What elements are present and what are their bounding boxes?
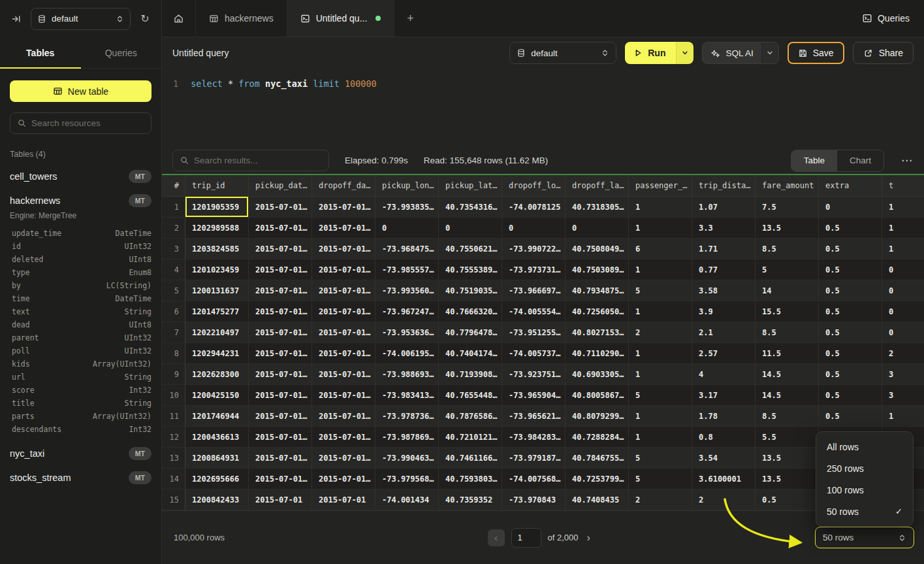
sql-line-code[interactable]: select * from nyc_taxi limit 100000 bbox=[191, 78, 377, 147]
column-header[interactable]: pickup_lon… bbox=[375, 175, 439, 197]
table-cell[interactable]: 40.7655448… bbox=[439, 385, 502, 406]
table-cell[interactable]: -73.984283… bbox=[502, 427, 566, 448]
row-number[interactable]: 6 bbox=[162, 301, 185, 322]
table-cell[interactable]: 3 bbox=[882, 385, 924, 406]
table-cell[interactable]: -74.005737… bbox=[502, 343, 566, 364]
table-cell[interactable]: 2015-07-01… bbox=[249, 427, 312, 448]
table-cell[interactable]: 5 bbox=[629, 448, 692, 469]
table-cell[interactable]: 6 bbox=[629, 239, 692, 259]
row-number[interactable]: 9 bbox=[162, 364, 185, 385]
table-cell[interactable]: 8.5 bbox=[756, 406, 819, 427]
table-cell[interactable]: 40.8079299… bbox=[566, 406, 629, 427]
table-cell[interactable]: 2 bbox=[629, 489, 692, 510]
row-number-header[interactable]: # bbox=[162, 175, 185, 197]
collapse-sidebar-icon[interactable] bbox=[8, 10, 25, 27]
table-cell[interactable]: 2015-07-01… bbox=[249, 385, 312, 406]
table-cell[interactable]: 5 bbox=[629, 469, 692, 489]
table-cell[interactable]: 0.5 bbox=[756, 489, 819, 510]
sidebar-table-nyc-taxi[interactable]: nyc_taxi MT bbox=[10, 447, 151, 460]
table-cell[interactable]: 1 bbox=[882, 197, 924, 218]
table-cell[interactable]: 2015-07-01… bbox=[312, 427, 375, 448]
row-number[interactable]: 13 bbox=[162, 448, 185, 469]
table-cell[interactable]: 40.7461166… bbox=[439, 448, 502, 469]
column-header[interactable]: passenger_… bbox=[629, 175, 692, 197]
sidebar-database-selector[interactable]: default bbox=[31, 8, 131, 30]
table-cell[interactable]: 0 bbox=[819, 197, 882, 218]
table-cell[interactable]: 0.77 bbox=[692, 259, 756, 280]
table-cell[interactable]: 1202944231 bbox=[185, 343, 249, 364]
table-cell[interactable]: 2.57 bbox=[692, 343, 756, 364]
table-cell[interactable]: 0 bbox=[439, 218, 502, 239]
table-cell[interactable]: 1201475277 bbox=[185, 301, 249, 322]
table-cell[interactable]: 2015-07-01… bbox=[249, 280, 312, 301]
table-cell[interactable]: 0 bbox=[375, 218, 439, 239]
table-cell[interactable]: 1202628300 bbox=[185, 364, 249, 385]
table-cell[interactable]: 3 bbox=[882, 364, 924, 385]
table-cell[interactable]: 0.8 bbox=[692, 427, 756, 448]
table-cell[interactable]: 1 bbox=[629, 343, 692, 364]
table-cell[interactable]: 40.7593803… bbox=[439, 469, 502, 489]
table-cell[interactable]: 0.5 bbox=[819, 301, 882, 322]
table-cell[interactable]: 1 bbox=[882, 406, 924, 427]
table-cell[interactable]: 5 bbox=[629, 280, 692, 301]
table-cell[interactable]: 0 bbox=[566, 218, 629, 239]
prev-page-button[interactable]: ‹ bbox=[488, 529, 505, 546]
share-button[interactable]: Share bbox=[853, 42, 914, 64]
new-table-button[interactable]: New table bbox=[10, 80, 151, 102]
row-number[interactable]: 7 bbox=[162, 322, 185, 343]
table-cell[interactable]: 2015-07-01… bbox=[249, 239, 312, 259]
table-cell[interactable]: 1 bbox=[882, 218, 924, 239]
table-cell[interactable]: 40.7666320… bbox=[439, 301, 502, 322]
table-cell[interactable]: 4 bbox=[692, 364, 756, 385]
table-cell[interactable]: 13.5 bbox=[756, 469, 819, 489]
table-cell[interactable]: 1 bbox=[629, 406, 692, 427]
table-cell[interactable]: 0.5 bbox=[819, 322, 882, 343]
sidebar-tab-tables[interactable]: Tables bbox=[0, 37, 81, 68]
row-number[interactable]: 1 bbox=[162, 197, 185, 218]
table-cell[interactable]: 2015-07-01… bbox=[249, 301, 312, 322]
table-cell[interactable]: 8.5 bbox=[756, 239, 819, 259]
row-number[interactable]: 5 bbox=[162, 280, 185, 301]
table-cell[interactable]: 2015-07-01 bbox=[249, 489, 312, 510]
table-cell[interactable]: 40.7288284… bbox=[566, 427, 629, 448]
table-cell[interactable]: 2015-07-01… bbox=[249, 218, 312, 239]
table-cell[interactable]: 2015-07-01… bbox=[249, 343, 312, 364]
table-cell[interactable]: -73.993835… bbox=[375, 197, 439, 218]
sql-ai-chevron[interactable] bbox=[761, 42, 778, 63]
table-cell[interactable]: 15.5 bbox=[756, 301, 819, 322]
row-number[interactable]: 12 bbox=[162, 427, 185, 448]
table-cell[interactable]: 40.7210121… bbox=[439, 427, 502, 448]
table-cell[interactable]: 40.7796478… bbox=[439, 322, 502, 343]
table-cell[interactable]: 0.5 bbox=[819, 364, 882, 385]
table-cell[interactable]: -73.993560… bbox=[375, 280, 439, 301]
table-cell[interactable]: 3.9 bbox=[692, 301, 756, 322]
table-cell[interactable]: 0 bbox=[882, 322, 924, 343]
table-cell[interactable]: 3.3 bbox=[692, 218, 756, 239]
table-cell[interactable]: 1202989588 bbox=[185, 218, 249, 239]
table-cell[interactable]: 40.7253799… bbox=[566, 469, 629, 489]
table-cell[interactable]: 0 bbox=[882, 280, 924, 301]
table-cell[interactable]: -74.001434 bbox=[375, 489, 439, 510]
menu-item[interactable]: 100 rows bbox=[816, 479, 913, 501]
search-resources-input[interactable] bbox=[31, 118, 144, 128]
column-header[interactable]: pickup_lat… bbox=[439, 175, 502, 197]
table-cell[interactable]: 40.7408435 bbox=[566, 489, 629, 510]
table-cell[interactable]: 13.5 bbox=[756, 448, 819, 469]
table-cell[interactable]: -73.970843 bbox=[502, 489, 566, 510]
table-cell[interactable]: 1203824585 bbox=[185, 239, 249, 259]
table-cell[interactable]: 40.7256050… bbox=[566, 301, 629, 322]
page-size-selector[interactable]: 50 rows bbox=[815, 527, 914, 548]
table-cell[interactable]: 40.7404174… bbox=[439, 343, 502, 364]
table-cell[interactable]: 3.6100001 bbox=[692, 469, 756, 489]
table-cell[interactable]: 1202210497 bbox=[185, 322, 249, 343]
table-cell[interactable]: 40.7876586… bbox=[439, 406, 502, 427]
table-cell[interactable]: -74.0078125 bbox=[502, 197, 566, 218]
table-cell[interactable]: -73.978736… bbox=[375, 406, 439, 427]
run-main[interactable]: Run bbox=[625, 42, 676, 64]
table-cell[interactable]: 40.7934875… bbox=[566, 280, 629, 301]
table-cell[interactable]: -73.923751… bbox=[502, 364, 566, 385]
view-chart-button[interactable]: Chart bbox=[837, 150, 884, 171]
table-cell[interactable]: -73.990722… bbox=[502, 239, 566, 259]
column-header[interactable]: trip_dista… bbox=[692, 175, 756, 197]
table-cell[interactable]: -73.965621… bbox=[502, 406, 566, 427]
